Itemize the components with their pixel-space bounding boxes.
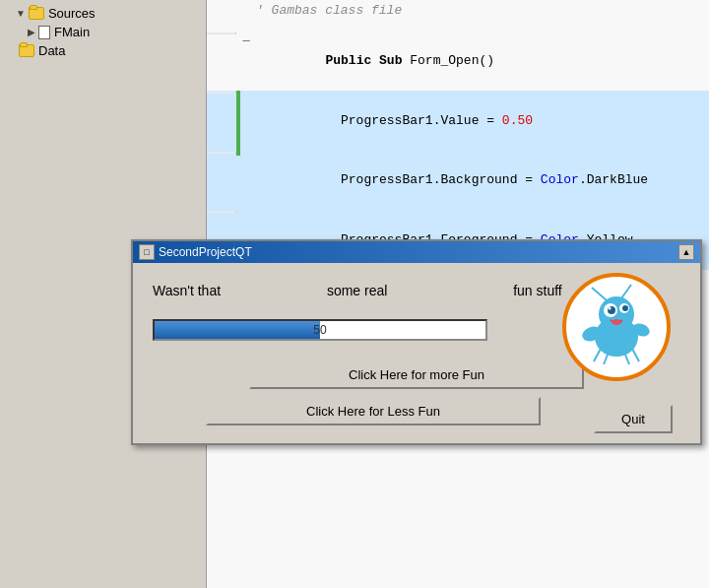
- text-row: Wasn't that some real fun stuff: [153, 283, 680, 299]
- code-text-bg: ProgressBar1.Background = Color.DarkBlue: [256, 152, 648, 210]
- progress-container: 50: [153, 319, 680, 341]
- gambas-comment: ' Gambas class file: [256, 1, 402, 21]
- label-fun-stuff: fun stuff: [513, 283, 562, 298]
- window-titlebar: □ SecondProjectQT ▲: [133, 241, 700, 263]
- btn-more-fun[interactable]: Click Here for more Fun: [249, 360, 584, 389]
- progress-track: 50: [153, 319, 487, 341]
- code-text-value: ProgressBar1.Value = 0.50: [256, 92, 533, 150]
- btn-less-fun[interactable]: Click Here for Less Fun: [206, 397, 541, 425]
- data-label: Data: [38, 43, 65, 58]
- line-gutter-3: [207, 152, 236, 154]
- fmain-label: FMain: [54, 25, 90, 39]
- window-body: Wasn't that some real fun stuff: [133, 263, 700, 443]
- collapse-btn[interactable]: —: [236, 33, 256, 50]
- svg-line-15: [631, 347, 639, 361]
- window-scroll-btn[interactable]: ▲: [678, 244, 694, 260]
- sidebar-item-fmain[interactable]: ▶ FMain: [0, 23, 206, 41]
- window-system-btn[interactable]: □: [139, 244, 155, 260]
- svg-line-9: [621, 285, 631, 298]
- line-gutter-2: [207, 92, 236, 94]
- btn-less-row: Click Here for Less Fun: [153, 397, 594, 425]
- line-gutter: [207, 33, 236, 34]
- folder-icon: [29, 7, 44, 20]
- sidebar-item-data[interactable]: Data: [0, 41, 206, 60]
- label-wasnt: Wasn't that: [153, 283, 221, 298]
- label-some-real: some real: [327, 283, 387, 298]
- overlay-window: □ SecondProjectQT ▲ Wasn't that some rea…: [131, 239, 702, 445]
- svg-line-8: [592, 288, 607, 300]
- code-public-sub: Public Sub Form_Open(): [256, 33, 494, 91]
- svg-point-6: [609, 307, 612, 310]
- code-line-value: ProgressBar1.Value = 0.50: [207, 91, 709, 151]
- folder-icon-data: [19, 44, 34, 57]
- public-sub-line: — Public Sub Form_Open(): [207, 32, 709, 92]
- line-gutter-4: [207, 211, 236, 213]
- file-icon: [38, 26, 50, 39]
- titlebar-left: □ SecondProjectQT: [139, 244, 252, 260]
- bottom-row: Click Here for Less Fun Quit: [153, 397, 680, 433]
- progress-text: 50: [155, 321, 485, 339]
- window-title: SecondProjectQT: [159, 245, 252, 259]
- btn-quit[interactable]: Quit: [594, 405, 673, 433]
- svg-point-5: [622, 305, 628, 311]
- text-wasnt-that: Wasn't that some real fun stuff: [153, 283, 621, 299]
- svg-line-12: [594, 347, 602, 361]
- code-line-bg: ProgressBar1.Background = Color.DarkBlue: [207, 151, 709, 211]
- sources-label: Sources: [48, 6, 96, 21]
- sidebar-item-sources[interactable]: ▼ Sources: [0, 4, 206, 23]
- bottom-left: Click Here for Less Fun: [153, 397, 594, 433]
